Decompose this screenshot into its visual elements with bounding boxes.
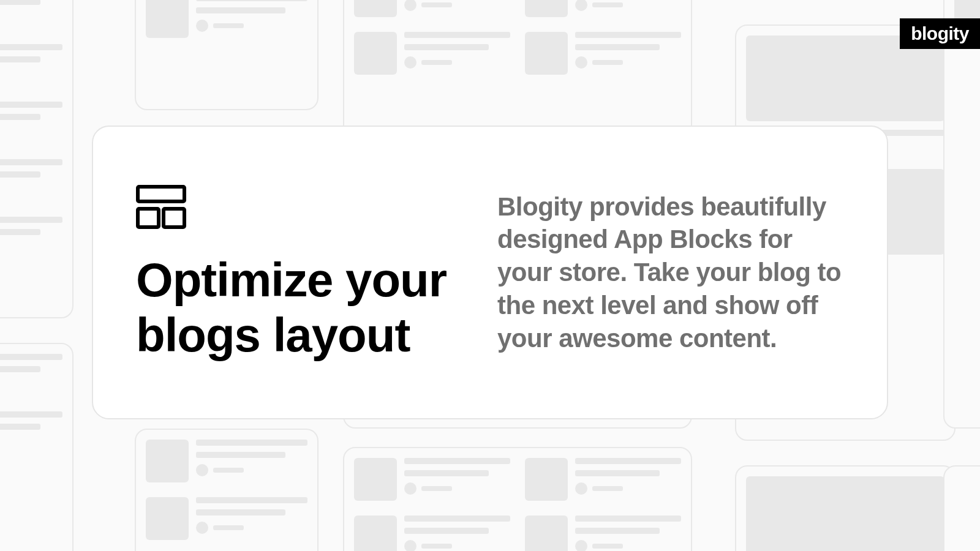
svg-rect-2 (164, 209, 184, 227)
svg-rect-1 (138, 209, 159, 227)
brand-badge: blogity (900, 18, 980, 49)
svg-rect-0 (138, 187, 184, 201)
hero-description: Blogity provides beautifully designed Ap… (497, 190, 844, 355)
hero-right-column: Blogity provides beautifully designed Ap… (479, 190, 844, 355)
layout-blocks-icon (136, 182, 479, 234)
hero-title: Optimize your blogs layout (136, 253, 479, 362)
hero-left-column: Optimize your blogs layout (136, 182, 479, 362)
hero-card: Optimize your blogs layout Blogity provi… (92, 126, 888, 419)
